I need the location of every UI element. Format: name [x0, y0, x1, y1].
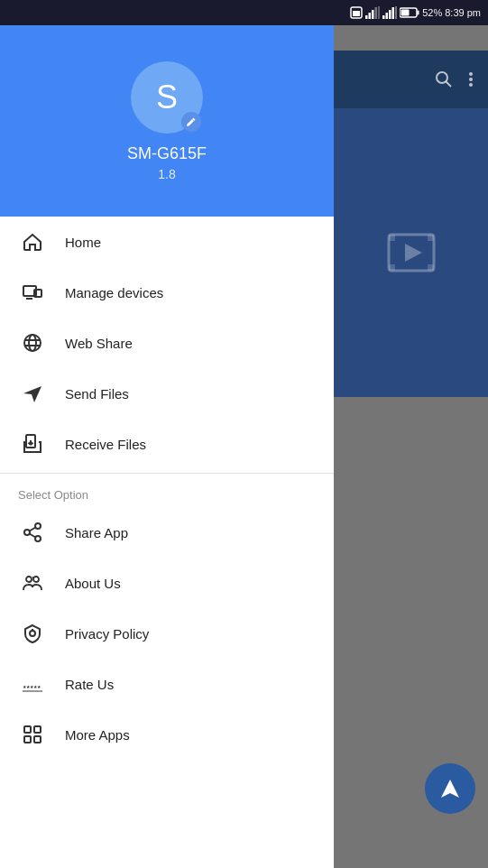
rate-icon: ★★★★★	[18, 669, 47, 698]
svg-rect-1	[353, 11, 360, 16]
status-bar: 52% 8:39 pm	[0, 0, 488, 25]
section-select-option: Select Option	[0, 477, 334, 507]
status-icons: 52% 8:39 pm	[350, 6, 481, 19]
svg-point-42	[469, 72, 473, 76]
svg-rect-50	[428, 264, 434, 271]
main-content-area	[334, 108, 488, 397]
svg-rect-3	[369, 13, 372, 19]
svg-rect-10	[392, 7, 395, 19]
film-icon	[380, 221, 443, 284]
menu-list: Home Manage devices	[0, 217, 334, 868]
menu-item-share-app[interactable]: Share App	[0, 507, 334, 558]
svg-rect-14	[401, 10, 410, 16]
moreapps-icon	[18, 720, 47, 749]
aboutus-icon	[18, 568, 47, 597]
svg-rect-48	[428, 235, 434, 241]
svg-point-30	[33, 577, 39, 582]
svg-point-32	[30, 631, 35, 636]
svg-marker-46	[405, 244, 422, 262]
svg-rect-39	[34, 736, 41, 743]
svg-point-25	[24, 530, 30, 535]
send-files-label: Send Files	[65, 386, 129, 402]
svg-rect-13	[418, 11, 419, 15]
pencil-icon	[186, 116, 197, 127]
navigation-drawer: S SM-G615F 1.8 Home	[0, 0, 334, 868]
app-toolbar	[334, 51, 488, 108]
menu-item-receive-files[interactable]: Receive Files	[0, 419, 334, 469]
edit-avatar-button[interactable]	[181, 112, 201, 132]
sim-icon	[350, 6, 363, 19]
svg-rect-49	[389, 264, 395, 271]
fab-navigate-button[interactable]	[425, 763, 475, 814]
svg-rect-37	[34, 726, 41, 733]
menu-item-rate-us[interactable]: ★★★★★ Rate Us	[0, 659, 334, 709]
more-vert-icon	[461, 69, 481, 89]
svg-point-19	[24, 335, 41, 351]
navigation-icon	[437, 776, 463, 801]
svg-line-27	[30, 534, 36, 538]
devices-icon	[18, 278, 47, 307]
svg-rect-47	[389, 235, 395, 241]
time-display: 8:39 pm	[445, 7, 481, 18]
menu-item-web-share[interactable]: Web Share	[0, 318, 334, 368]
battery-percent: 52%	[422, 7, 442, 18]
menu-item-manage-devices[interactable]: Manage devices	[0, 267, 334, 318]
svg-point-43	[469, 78, 473, 81]
svg-rect-38	[24, 736, 31, 743]
avatar-letter: S	[156, 78, 178, 116]
share-app-label: Share App	[65, 525, 128, 540]
right-panel	[334, 0, 488, 868]
menu-item-send-files[interactable]: Send Files	[0, 368, 334, 419]
menu-item-about-us[interactable]: About Us	[0, 558, 334, 608]
svg-line-41	[447, 82, 452, 88]
globe-icon	[18, 328, 47, 357]
battery-icon	[400, 7, 419, 18]
receive-files-label: Receive Files	[65, 437, 146, 452]
svg-point-24	[35, 523, 41, 529]
svg-rect-4	[372, 10, 374, 19]
svg-point-44	[469, 83, 473, 87]
svg-rect-36	[24, 726, 31, 733]
overflow-menu-button[interactable]	[461, 69, 481, 89]
search-icon	[434, 69, 454, 89]
signal2-icon	[382, 6, 397, 19]
send-icon	[18, 379, 47, 408]
device-name: SM-G615F	[127, 144, 207, 163]
svg-rect-2	[365, 15, 368, 19]
home-label: Home	[65, 235, 101, 250]
menu-item-privacy-policy[interactable]: Privacy Policy	[0, 608, 334, 659]
avatar[interactable]: S	[131, 61, 203, 134]
about-us-label: About Us	[65, 576, 121, 591]
share-icon	[18, 518, 47, 547]
privacy-icon	[18, 619, 47, 648]
svg-rect-5	[375, 7, 378, 19]
menu-divider	[0, 473, 334, 474]
svg-point-20	[29, 335, 36, 351]
receive-icon	[18, 429, 47, 458]
svg-rect-7	[382, 15, 385, 19]
home-icon	[18, 227, 47, 256]
manage-devices-label: Manage devices	[65, 285, 163, 300]
svg-rect-9	[389, 10, 391, 19]
drawer-header: S SM-G615F 1.8	[0, 0, 334, 217]
svg-rect-8	[386, 13, 389, 19]
menu-item-home[interactable]: Home	[0, 217, 334, 267]
menu-item-more-apps[interactable]: More Apps	[0, 709, 334, 760]
svg-line-28	[30, 528, 36, 531]
svg-point-40	[437, 72, 447, 83]
svg-text:★★★★★: ★★★★★	[23, 684, 41, 689]
svg-rect-11	[395, 6, 397, 19]
svg-rect-6	[378, 6, 380, 19]
svg-point-26	[35, 536, 41, 541]
more-apps-label: More Apps	[65, 727, 130, 743]
privacy-policy-label: Privacy Policy	[65, 626, 149, 642]
search-button[interactable]	[434, 69, 454, 89]
version-number: 1.8	[158, 167, 175, 181]
signal-icon	[365, 6, 380, 19]
web-share-label: Web Share	[65, 336, 133, 351]
rate-us-label: Rate Us	[65, 677, 114, 692]
